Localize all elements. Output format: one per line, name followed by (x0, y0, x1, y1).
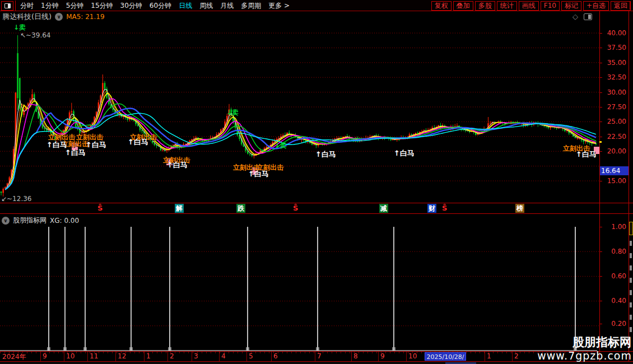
main-candlestick-chart[interactable] (0, 22, 599, 203)
price-label: 35.00 (603, 59, 626, 67)
toolbar-divider (15, 1, 16, 11)
period-tab-2[interactable]: 5分钟 (66, 1, 84, 11)
baima-signal-label: ↑白马 (46, 140, 67, 150)
price-tick (599, 92, 602, 93)
stock-trading-app: 分时1分钟5分钟15分钟30分钟60分钟日线周线月线多周期更多 > 复权叠加多股… (0, 0, 633, 364)
timeline-month: 9 (380, 352, 385, 360)
timeline: 2024年 910111212345678910122025/10/28/二 (0, 352, 599, 361)
toolbar-button-3[interactable]: 统计 (497, 1, 517, 11)
event-marker-减[interactable]: 减 (379, 204, 388, 213)
cutoff-cell (629, 222, 633, 235)
period-tab-0[interactable]: 分时 (20, 1, 34, 11)
bottom-cutoff-strip (0, 362, 633, 364)
indicator-label: 0.80 (603, 248, 626, 255)
price-tick (599, 33, 602, 34)
price-label: 15.00 (603, 177, 626, 185)
sell-signal-label: ↓卖 (274, 141, 287, 151)
header-tool-icons: ◇ (573, 12, 592, 21)
timeline-month: 6 (273, 352, 278, 360)
price-tick (599, 77, 602, 78)
cutoff-text-fragment (630, 265, 632, 270)
cutoff-toolbar-fragment (630, 2, 633, 10)
stock-title: 腾达科技(日线) (2, 12, 52, 22)
timeline-month: 5 (249, 352, 253, 360)
timeline-month: 4 (221, 352, 226, 360)
timeline-separator (246, 352, 247, 361)
period-tab-9[interactable]: 多周期 (241, 1, 261, 11)
low-extreme-label: ↙~12.36 (1, 195, 31, 203)
indicator-label: 1.00 (603, 223, 626, 231)
timeline-separator (406, 352, 407, 361)
baima-signal-label: ↑白马 (167, 160, 188, 170)
current-ma-tick (599, 141, 602, 143)
period-tab-10[interactable]: 更多 > (268, 1, 290, 11)
event-marker-财[interactable]: 财 (427, 204, 436, 213)
timeline-month: 11 (90, 352, 98, 360)
price-tick (599, 122, 602, 122)
event-marker-Ŝ[interactable]: Ŝ (292, 204, 299, 213)
watermark-url: www.7gpzb.com (537, 349, 632, 362)
timeline-month: 10 (66, 352, 75, 360)
cutoff-text-fragment (630, 302, 632, 307)
indicator-tick (599, 276, 602, 277)
indicator-label: 0.20 (603, 320, 626, 328)
price-label: 30.00 (603, 88, 626, 96)
split-window-icon (4, 3, 11, 8)
sell-signal-label: ↓卖 (13, 23, 26, 32)
cutoff-text-fragment (630, 241, 632, 246)
toolbar-button-7[interactable]: +自选 (583, 1, 609, 11)
timeline-month: 1 (487, 352, 491, 360)
event-marker-跌[interactable]: 跌 (236, 204, 245, 213)
toolbar-button-2[interactable]: 多股 (475, 1, 495, 11)
timeline-separator (378, 352, 379, 361)
toolbar-buttons: 复权叠加多股统计画线F10标记+自选返回 (431, 1, 633, 11)
cutoff-text-fragment (630, 315, 632, 320)
sell-signal-label: ↓卖 (226, 108, 239, 118)
price-label: 37.50 (603, 44, 626, 52)
indicator-label: 0.40 (603, 297, 626, 305)
timeline-separator (485, 352, 485, 361)
period-tab-7[interactable]: 周线 (199, 1, 213, 11)
event-marker-Ŝ[interactable]: Ŝ (441, 204, 448, 213)
pane-split-icon[interactable] (584, 13, 592, 20)
period-tab-8[interactable]: 月线 (220, 1, 234, 11)
price-label: 32.50 (603, 73, 626, 81)
toolbar-button-5[interactable]: F10 (541, 1, 560, 11)
event-marker-Ŝ[interactable]: Ŝ (96, 204, 104, 213)
timeline-separator (271, 352, 272, 361)
timeline-month: 2 (514, 352, 519, 360)
cutoff-text-fragment (630, 290, 632, 295)
price-tick (599, 137, 602, 137)
event-marker-榜[interactable]: 榜 (515, 204, 524, 213)
window-layout-button[interactable] (1, 1, 13, 11)
toolbar-button-1[interactable]: 叠加 (453, 1, 473, 11)
top-toolbar: 分时1分钟5分钟15分钟30分钟60分钟日线周线月线多周期更多 > 复权叠加多股… (0, 0, 633, 11)
diamond-mark-icon[interactable]: ◇ (573, 12, 578, 21)
price-tick (599, 107, 602, 108)
timeline-month: 10 (408, 352, 417, 360)
timeline-separator (87, 352, 88, 361)
period-tab-1[interactable]: 1分钟 (41, 1, 59, 11)
price-tick (599, 151, 602, 152)
timeline-separator (512, 352, 513, 361)
toolbar-button-8[interactable]: 返回 (611, 1, 631, 11)
period-tab-4[interactable]: 30分钟 (120, 1, 142, 11)
baima-signal-label: ↑白马 (394, 148, 415, 158)
timeline-separator (315, 352, 315, 361)
indicator-tick (599, 227, 602, 227)
event-marker-解[interactable]: 解 (175, 204, 184, 213)
toolbar-button-6[interactable]: 标记 (561, 1, 581, 11)
timeline-separator (192, 352, 192, 361)
timeline-separator (144, 352, 145, 361)
signal-indicator-chart[interactable] (0, 214, 599, 351)
price-label: 25.00 (603, 118, 626, 125)
period-tab-6[interactable]: 日线 (179, 1, 192, 11)
toolbar-button-0[interactable]: 复权 (431, 1, 452, 11)
period-tab-3[interactable]: 15分钟 (91, 1, 113, 11)
ma-value-label: MA5: 21.19 (66, 13, 104, 21)
indicator-tick (599, 301, 602, 301)
collapse-chevron-icon[interactable]: ∨ (55, 13, 63, 21)
price-tick (599, 48, 602, 48)
period-tab-5[interactable]: 60分钟 (150, 1, 171, 11)
toolbar-button-4[interactable]: 画线 (519, 1, 539, 11)
